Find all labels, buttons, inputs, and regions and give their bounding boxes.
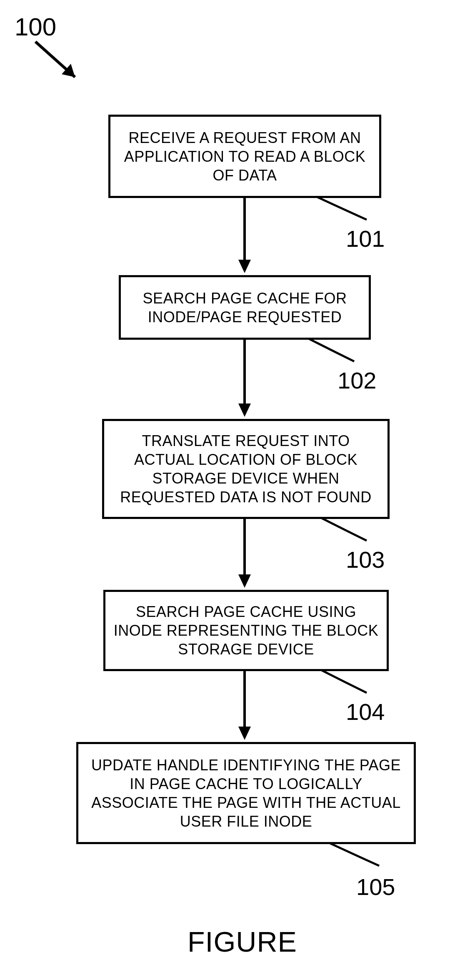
flow-arrow-4-5	[238, 671, 254, 744]
step-id-103: 103	[346, 546, 385, 573]
step-box-105: UPDATE HANDLE IDENTIFYING THE PAGE IN PA…	[76, 742, 416, 844]
figure-label: FIGURE	[188, 925, 297, 958]
step-id-101: 101	[346, 225, 385, 252]
step-box-104: SEARCH PAGE CACHE USING INODE REPRESENTI…	[103, 590, 389, 671]
step-text: SEARCH PAGE CACHE FOR INODE/PAGE REQUEST…	[128, 289, 362, 326]
svg-marker-5	[238, 404, 251, 417]
step-id-105: 105	[356, 873, 395, 900]
step-id-102: 102	[338, 367, 376, 394]
flow-arrow-2-3	[238, 340, 254, 421]
flow-arrow-1-2	[238, 198, 254, 277]
svg-marker-3	[238, 260, 251, 273]
step-box-101: RECEIVE A REQUEST FROM AN APPLICATION TO…	[108, 115, 381, 198]
step-text: TRANSLATE REQUEST INTO ACTUAL LOCATION O…	[111, 431, 381, 506]
reference-arrow	[25, 31, 108, 98]
flowchart-canvas: 100 RECEIVE A REQUEST FROM AN APPLICATIO…	[0, 0, 465, 980]
step-text: RECEIVE A REQUEST FROM AN APPLICATION TO…	[117, 128, 372, 185]
step-box-102: SEARCH PAGE CACHE FOR INODE/PAGE REQUEST…	[119, 275, 371, 340]
step-id-104: 104	[346, 698, 385, 725]
step-box-103: TRANSLATE REQUEST INTO ACTUAL LOCATION O…	[102, 419, 390, 519]
svg-marker-9	[238, 727, 251, 740]
step-text: UPDATE HANDLE IDENTIFYING THE PAGE IN PA…	[85, 756, 407, 831]
flow-arrow-3-4	[238, 519, 254, 592]
svg-marker-7	[238, 574, 251, 588]
step-text: SEARCH PAGE CACHE USING INODE REPRESENTI…	[112, 602, 380, 659]
